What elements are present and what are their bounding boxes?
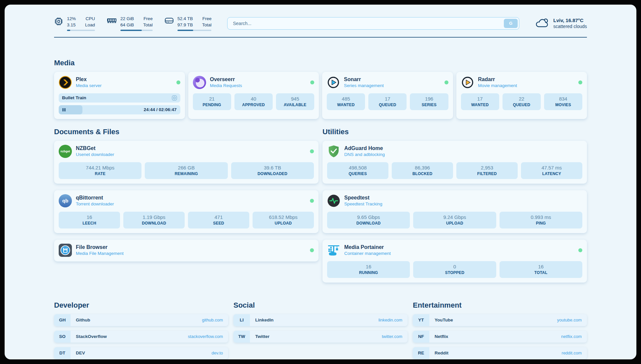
stat-tile: 40 APPROVED — [234, 93, 273, 110]
pause-icon[interactable] — [62, 108, 66, 112]
stat-value: 47.57 ms — [522, 165, 581, 170]
cpu-progress-track — [67, 30, 95, 31]
section-documents: Documents & Files nzbget NZBGet Usenet d… — [54, 128, 319, 261]
memory-icon — [107, 17, 117, 25]
service-name: Speedtest — [344, 195, 382, 201]
service-card-portainer[interactable]: Media Portainer Container management 16 … — [322, 240, 587, 283]
stat-label: PING — [501, 221, 581, 226]
bookmark-name: YouTube — [435, 318, 453, 322]
status-dot — [310, 199, 314, 203]
bookmark-group-developer: Developer GH Github github.com SO StackO… — [54, 301, 228, 359]
section-title-entertainment: Entertainment — [413, 301, 587, 310]
bookmark-name: Github — [76, 318, 90, 322]
status-dot — [310, 248, 314, 252]
memory-free-value: 22 GiB — [120, 16, 134, 22]
stat-value: 485 — [328, 96, 364, 102]
service-card-nzbget[interactable]: nzbget NZBGet Usenet downloader 744.21 M… — [54, 141, 319, 184]
service-name: NZBGet — [76, 145, 114, 151]
bookmark-abbr: TW — [233, 331, 250, 343]
bookmark-row-linkedin[interactable]: LI LinkedIn linkedin.com — [233, 314, 408, 326]
service-card-plex[interactable]: Plex Media server Bullet Train — [54, 72, 185, 119]
service-card-speedtest[interactable]: Speedtest Speedtest Tracking 9.65 Gbps D… — [322, 190, 587, 233]
stat-label: DOWNLOAD — [328, 221, 409, 226]
now-playing-bar: Bullet Train — [59, 93, 180, 103]
stat-label: SEED — [189, 221, 248, 226]
stat-value: 22 — [504, 96, 539, 102]
stat-value: 9.65 Gbps — [328, 214, 409, 220]
stat-label: MOVIES — [545, 103, 581, 107]
search-input[interactable] — [227, 17, 519, 30]
bookmark-row-twitter[interactable]: TW Twitter twitter.com — [233, 331, 408, 343]
search-provider-button[interactable]: G — [504, 19, 518, 28]
cpu-usage-value: 12% — [67, 16, 76, 22]
stat-label: PENDING — [194, 103, 230, 107]
resource-widgets: 12% CPU 3.15 Load — [54, 16, 211, 31]
stat-tile: 1.19 Gbps DOWNLOAD — [123, 212, 185, 228]
bookmark-row-reddit[interactable]: RE Reddit reddit.com — [413, 347, 587, 359]
bookmark-row-youtube[interactable]: YT YouTube youtube.com — [413, 314, 587, 326]
stat-value: 1.19 Gbps — [125, 214, 183, 220]
stat-value: 196 — [411, 96, 447, 102]
sonarr-icon — [327, 76, 340, 89]
section-title-documents: Documents & Files — [54, 128, 319, 136]
bookmark-abbr: GH — [54, 314, 71, 326]
weather-widget: Lviv, 16.87°C scattered clouds — [535, 17, 587, 29]
memory-free-label: Free — [143, 16, 153, 22]
bookmark-name: DEV — [76, 350, 85, 355]
service-description: Series management — [344, 83, 384, 88]
disk-progress-fill — [177, 30, 193, 31]
service-card-filebrowser[interactable]: File Browser Media File Management — [54, 240, 319, 261]
stat-tile: 471 SEED — [188, 212, 249, 228]
disk-total-label: Total — [202, 22, 212, 28]
service-name: qBittorrent — [76, 195, 114, 201]
bookmark-group-social: Social LI LinkedIn linkedin.com TW Twitt… — [233, 301, 408, 347]
playback-time: 24:44 / 02:06:47 — [144, 107, 180, 112]
bookmark-url: linkedin.com — [379, 318, 402, 322]
stat-tile: 21 PENDING — [193, 93, 231, 110]
stat-label: FILTERED — [458, 171, 516, 176]
stat-value: 17 — [462, 96, 498, 102]
stat-tile: 86,396 BLOCKED — [392, 162, 453, 179]
memory-widget: 22 GiB Free 64 GiB Total — [107, 16, 153, 31]
bookmark-row-github[interactable]: GH Github github.com — [54, 314, 228, 326]
service-name: Plex — [76, 76, 102, 82]
stat-label: AVAILABLE — [277, 103, 313, 107]
stat-label: BLOCKED — [393, 171, 452, 176]
service-card-adguard[interactable]: AdGuard Home DNS and adblocking 498,508 … — [322, 141, 587, 184]
bookmark-group-entertainment: Entertainment YT YouTube youtube.com NF … — [413, 301, 587, 359]
bookmark-abbr: RE — [413, 347, 429, 359]
service-description: Media File Management — [76, 251, 124, 256]
bookmark-name: StackOverflow — [76, 334, 107, 339]
portainer-icon — [327, 244, 340, 257]
bookmark-name: Netflix — [435, 334, 448, 339]
stat-tile: 9.24 Gbps UPLOAD — [413, 212, 496, 228]
section-title-developer: Developer — [54, 301, 228, 310]
service-description: Speedtest Tracking — [344, 201, 382, 206]
service-card-qbittorrent[interactable]: qb qBittorrent Torrent downloader 16 LEE… — [54, 190, 319, 233]
service-description: Media server — [76, 83, 102, 88]
stat-label: QUEUED — [504, 103, 539, 107]
info-bar: 12% CPU 3.15 Load — [54, 16, 587, 31]
cpu-progress-fill — [67, 30, 70, 31]
service-card-sonarr[interactable]: Sonarr Series management 485 WANTED 17 Q… — [322, 72, 453, 119]
service-card-overseerr[interactable]: Overseerr Media Requests 21 PENDING 40 A… — [188, 72, 319, 119]
stat-value: 471 — [189, 214, 248, 220]
bookmark-row-dev[interactable]: DT DEV dev.to — [54, 347, 228, 359]
status-dot — [176, 80, 180, 84]
stat-tile: 39.6 TB DOWNLOADED — [231, 162, 314, 179]
bookmark-abbr: DT — [54, 347, 71, 359]
service-name: Overseerr — [210, 76, 242, 82]
bookmark-url: dev.to — [212, 350, 223, 355]
cpu-widget: 12% CPU 3.15 Load — [54, 16, 95, 31]
view-details-icon[interactable] — [172, 95, 177, 101]
service-description: Movie management — [478, 83, 517, 88]
section-title-media: Media — [54, 59, 587, 67]
stat-tile: 0.993 ms PING — [500, 212, 582, 228]
service-card-radarr[interactable]: Radarr Movie management 17 WANTED 22 QUE… — [456, 72, 587, 119]
bookmark-row-netflix[interactable]: NF Netflix netflix.com — [413, 331, 587, 343]
stat-value: 2,953 — [458, 165, 516, 170]
bookmark-row-stackoverflow[interactable]: SO StackOverflow stackoverflow.com — [54, 331, 228, 343]
stat-value: 40 — [236, 96, 271, 102]
bookmark-abbr: YT — [413, 314, 429, 326]
stat-value: 0.993 ms — [501, 214, 581, 220]
